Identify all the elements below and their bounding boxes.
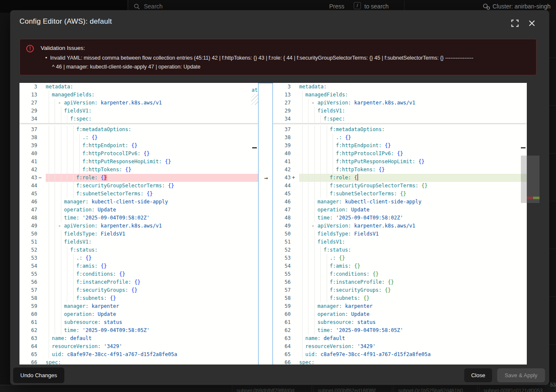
code-text[interactable]: operation: Update — [299, 206, 527, 214]
code-text[interactable]: fieldsType: FieldsV1 — [46, 230, 258, 238]
code-line[interactable]: 54 f:amis: {} — [273, 262, 527, 270]
code-text[interactable]: f:httpEndpoint: {} — [46, 142, 258, 150]
code-line[interactable]: 47 operation: Update — [19, 206, 258, 214]
code-text[interactable]: f:subnets: {} — [46, 294, 258, 302]
code-line[interactable]: 46 manager: kubectl-client-side-apply — [273, 198, 527, 206]
code-line[interactable]: 29 fieldsV1: — [273, 107, 527, 115]
code-line[interactable]: 43− f:role: {} — [19, 174, 258, 182]
code-line[interactable]: 63 name: default — [19, 334, 258, 343]
code-line[interactable]: 50 fieldsType: FieldsV1 — [19, 230, 258, 238]
code-line[interactable]: 43+ f:role: { — [273, 174, 527, 182]
undo-changes-button[interactable]: Undo Changes — [13, 367, 64, 383]
code-text[interactable]: - apiVersion: karpenter.k8s.aws/v1 — [299, 99, 527, 107]
code-text[interactable]: - apiVersion: karpenter.k8s.aws/v1 — [46, 99, 258, 107]
code-text[interactable]: spec: — [46, 359, 258, 365]
code-text[interactable]: f:conditions: {} — [46, 270, 258, 278]
code-line[interactable]: 41 f:httpPutResponseHopLimit: {} — [273, 158, 527, 166]
code-line[interactable]: 53 .: {} — [19, 254, 258, 262]
code-line[interactable]: 64 resourceVersion: '3429' — [19, 343, 258, 351]
code-text[interactable]: fieldsV1: — [299, 107, 527, 115]
code-line[interactable]: 45 f:subnetSelectorTerms: {} — [273, 190, 527, 198]
code-line[interactable]: 65 uid: c8afe97e-38cc-4f91-a767-d15f2a8f… — [19, 351, 258, 359]
code-text[interactable]: - apiVersion: karpenter.k8s.aws/v1 — [46, 222, 258, 230]
code-text[interactable]: f:securityGroups: {} — [46, 286, 258, 294]
code-line[interactable]: 37 f:metadataOptions: — [19, 126, 258, 134]
code-text[interactable]: f:spec: — [46, 115, 258, 123]
code-text[interactable]: f:subnets: {} — [299, 294, 527, 302]
code-line[interactable]: 46 manager: kubectl-client-side-apply — [19, 198, 258, 206]
code-line[interactable]: 48 time: '2025-09-04T09:58:02Z' — [273, 214, 527, 222]
code-text[interactable]: f:metadataOptions: — [299, 126, 527, 134]
code-line[interactable]: 61 subresource: status — [273, 318, 527, 326]
code-text[interactable]: fieldsV1: — [299, 238, 527, 246]
code-text[interactable]: f:httpPutResponseHopLimit: {} — [46, 158, 258, 166]
code-line[interactable]: 38 .: {} — [19, 134, 258, 142]
code-text[interactable]: f:role: {} — [46, 174, 258, 182]
code-text[interactable]: name: default — [46, 334, 258, 343]
code-text[interactable]: resourceVersion: '3429' — [46, 343, 258, 351]
code-line[interactable]: 53 .: {} — [273, 254, 527, 262]
code-text[interactable]: subresource: status — [46, 318, 258, 326]
code-line[interactable]: 13 managedFields: — [273, 91, 527, 99]
code-line[interactable]: 3metadata: — [273, 83, 527, 91]
code-text[interactable]: manager: karpenter — [46, 302, 258, 310]
code-line[interactable]: 40 f:httpProtocolIPv6: {} — [273, 150, 527, 158]
code-text[interactable]: uid: c8afe97e-38cc-4f91-a767-d15f2a8fe05… — [299, 351, 527, 359]
code-line[interactable]: 44 f:securityGroupSelectorTerms: {} — [273, 182, 527, 190]
code-line[interactable]: 58 f:subnets: {} — [273, 294, 527, 302]
code-text[interactable]: metadata: — [299, 83, 527, 91]
modified-editor-pane[interactable]: 37 f:metadataOptions:38 .: {}39 f:httpEn… — [273, 83, 527, 365]
code-line[interactable]: 58 f:subnets: {} — [19, 294, 258, 302]
diff-sash[interactable]: → — [258, 83, 273, 365]
original-editor-pane[interactable]: 37 f:metadataOptions:38 .: {}39 f:httpEn… — [19, 83, 258, 365]
code-text[interactable]: .: {} — [46, 134, 258, 142]
code-line[interactable]: 66spec: — [273, 359, 527, 365]
code-line[interactable]: 50 fieldsType: FieldsV1 — [273, 230, 527, 238]
code-line[interactable]: 56 f:instanceProfile: {} — [19, 278, 258, 286]
code-text[interactable]: f:amis: {} — [299, 262, 527, 270]
code-text[interactable]: manager: kubectl-client-side-apply — [299, 198, 527, 206]
code-text[interactable]: fieldsV1: — [46, 107, 258, 115]
code-line[interactable]: 34 f:spec: — [273, 115, 527, 123]
code-line[interactable]: 51 fieldsV1: — [19, 238, 258, 246]
code-line[interactable]: 45 f:subnetSelectorTerms: {} — [19, 190, 258, 198]
code-text[interactable]: f:subnetSelectorTerms: {} — [299, 190, 527, 198]
code-line[interactable]: 49 - apiVersion: karpenter.k8s.aws/v1 — [19, 222, 258, 230]
save-apply-button[interactable]: Save & Apply — [497, 368, 545, 382]
code-line[interactable]: 39 f:httpEndpoint: {} — [273, 142, 527, 150]
code-line[interactable]: 63 name: default — [273, 334, 527, 343]
code-text[interactable]: .: {} — [299, 134, 527, 142]
code-text[interactable]: fieldsType: FieldsV1 — [299, 230, 527, 238]
code-text[interactable]: .: {} — [46, 254, 258, 262]
code-line[interactable]: 52 f:status: — [273, 246, 527, 254]
code-line[interactable]: 13 managedFields: — [19, 91, 258, 99]
code-line[interactable]: 66spec: — [19, 359, 258, 365]
code-text[interactable]: managedFields: — [46, 91, 258, 99]
code-text[interactable]: f:securityGroupSelectorTerms: {} — [299, 182, 527, 190]
code-line[interactable]: 57 f:securityGroups: {} — [273, 286, 527, 294]
code-text[interactable]: f:httpEndpoint: {} — [299, 142, 527, 150]
code-line[interactable]: 49 - apiVersion: karpenter.k8s.aws/v1 — [273, 222, 527, 230]
fullscreen-button[interactable] — [509, 18, 520, 29]
code-line[interactable]: 52 f:status: — [19, 246, 258, 254]
code-text[interactable]: time: '2025-09-04T09:58:05Z' — [46, 326, 258, 334]
code-line[interactable]: 64 resourceVersion: '3429' — [273, 343, 527, 351]
code-text[interactable]: subresource: status — [299, 318, 527, 326]
code-text[interactable]: f:securityGroups: {} — [299, 286, 527, 294]
code-text[interactable]: spec: — [299, 359, 527, 365]
code-text[interactable]: uid: c8afe97e-38cc-4f91-a767-d15f2a8fe05… — [46, 351, 258, 359]
revert-change-arrow-button[interactable]: → — [259, 174, 273, 182]
code-line[interactable]: 55 f:conditions: {} — [273, 270, 527, 278]
code-text[interactable]: f:subnetSelectorTerms: {} — [46, 190, 258, 198]
code-line[interactable]: 3metadata: — [19, 83, 258, 91]
code-text[interactable]: f:status: — [46, 246, 258, 254]
code-line[interactable]: 42 f:httpTokens: {} — [19, 166, 258, 174]
code-text[interactable]: managedFields: — [299, 91, 527, 99]
code-text[interactable]: time: '2025-09-04T09:58:05Z' — [299, 326, 527, 334]
code-line[interactable]: 27 - apiVersion: karpenter.k8s.aws/v1 — [19, 99, 258, 107]
code-line[interactable]: 51 fieldsV1: — [273, 238, 527, 246]
code-line[interactable]: 56 f:instanceProfile: {} — [273, 278, 527, 286]
code-line[interactable]: 41 f:httpPutResponseHopLimit: {} — [19, 158, 258, 166]
close-dialog-button[interactable] — [526, 18, 537, 29]
code-line[interactable]: 60 operation: Update — [273, 310, 527, 318]
